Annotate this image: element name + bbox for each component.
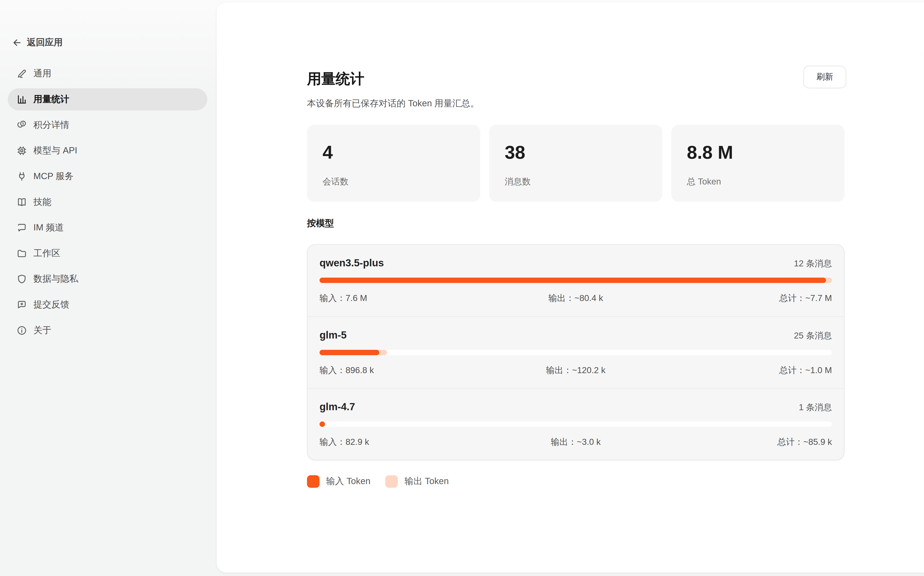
model-output-stat: 输出：~120.2 k: [490, 364, 661, 376]
chat-bubble-icon: [16, 222, 27, 234]
output-token-swatch: [385, 475, 398, 488]
sidebar-item-credits[interactable]: 积分详情: [8, 114, 207, 136]
sidebar-item-label: 工作区: [34, 248, 61, 259]
back-label: 返回应用: [27, 37, 62, 48]
model-total-stat: 总计：~7.7 M: [661, 292, 832, 304]
model-message-count: 25 条消息: [794, 330, 832, 341]
sidebar-item-workspace[interactable]: 工作区: [8, 242, 207, 265]
sidebar-item-label: 提交反馈: [34, 299, 69, 310]
refresh-button[interactable]: 刷新: [804, 66, 847, 88]
stat-label: 总 Token: [687, 176, 829, 187]
sidebar-item-data-privacy[interactable]: 数据与隐私: [8, 268, 207, 290]
sidebar-item-label: 积分详情: [34, 119, 69, 131]
input-token-swatch: [307, 475, 319, 488]
bar-chart-icon: [16, 93, 27, 106]
stat-label: 消息数: [505, 176, 647, 187]
stat-value: 4: [322, 143, 464, 163]
legend: 输入 Token 输出 Token: [307, 475, 449, 488]
model-input-stat: 输入：896.8 k: [320, 364, 490, 376]
plug-icon: [16, 170, 27, 182]
sidebar: 返回应用 通用 用量统计 积分详情: [0, 0, 217, 576]
bar-input: [320, 278, 826, 283]
sidebar-item-label: IM 频道: [34, 222, 64, 234]
stat-label: 会话数: [322, 176, 464, 187]
sidebar-item-im-channels[interactable]: IM 频道: [8, 217, 207, 239]
stats-row: 4 会话数 38 消息数 8.8 M 总 Token: [307, 125, 844, 202]
legend-label: 输入 Token: [326, 476, 371, 487]
sidebar-item-models-api[interactable]: 模型与 API: [8, 139, 207, 162]
model-input-stat: 输入：7.6 M: [320, 292, 490, 304]
model-name: glm-5: [320, 330, 347, 342]
stat-value: 8.8 M: [687, 143, 829, 163]
model-total-stat: 总计：~85.9 k: [661, 436, 832, 448]
usage-bar-track: [320, 350, 832, 355]
model-row-glm-5: glm-5 25 条消息 输入：896.8 k 输出：~120.2 k 总计：~…: [307, 316, 844, 388]
page-title: 用量统计: [307, 69, 364, 88]
pencil-icon: [16, 68, 27, 80]
stat-card-sessions: 4 会话数: [307, 125, 480, 202]
chip-icon: [16, 145, 27, 157]
sidebar-item-label: 关于: [34, 325, 51, 336]
sidebar-item-label: 模型与 API: [34, 145, 77, 157]
app-window: 返回应用 通用 用量统计 积分详情: [0, 0, 924, 576]
bar-input: [320, 350, 379, 355]
sidebar-item-about[interactable]: 关于: [8, 319, 207, 342]
by-model-section-title: 按模型: [307, 218, 334, 229]
model-input-stat: 输入：82.9 k: [320, 436, 490, 448]
model-output-stat: 输出：~3.0 k: [490, 436, 661, 448]
book-icon: [16, 196, 27, 208]
sidebar-item-label: 通用: [34, 68, 51, 80]
main-panel: 用量统计 刷新 本设备所有已保存对话的 Token 用量汇总。 4 会话数 38…: [217, 2, 924, 573]
back-to-app-button[interactable]: 返回应用: [12, 35, 63, 50]
sidebar-item-feedback[interactable]: 提交反馈: [8, 294, 207, 316]
model-total-stat: 总计：~1.0 M: [661, 364, 832, 376]
sidebar-item-usage-stats[interactable]: 用量统计: [8, 88, 207, 110]
model-row-qwen3-5-plus: qwen3.5-plus 12 条消息 输入：7.6 M 输出：~80.4 k …: [307, 245, 844, 317]
sidebar-item-general[interactable]: 通用: [8, 62, 207, 85]
model-output-stat: 输出：~80.4 k: [490, 292, 661, 304]
usage-bar-track: [320, 278, 832, 283]
page-subtitle: 本设备所有已保存对话的 Token 用量汇总。: [307, 98, 479, 109]
sidebar-item-label: MCP 服务: [34, 171, 74, 182]
back-arrow-icon: [12, 37, 22, 48]
stat-card-messages: 38 消息数: [489, 125, 662, 202]
stat-card-total-tokens: 8.8 M 总 Token: [671, 125, 844, 202]
legend-item-input: 输入 Token: [307, 475, 370, 488]
legend-label: 输出 Token: [404, 476, 449, 487]
model-name: glm-4.7: [320, 401, 355, 413]
feedback-icon: [16, 299, 27, 311]
info-icon: [16, 325, 27, 336]
model-message-count: 12 条消息: [794, 258, 832, 269]
models-card: qwen3.5-plus 12 条消息 输入：7.6 M 输出：~80.4 k …: [307, 244, 844, 460]
legend-item-output: 输出 Token: [385, 475, 449, 488]
coins-icon: [16, 119, 27, 131]
folder-icon: [16, 248, 27, 259]
shield-icon: [16, 273, 27, 285]
sidebar-nav: 通用 用量统计 积分详情 模型与 API: [8, 62, 207, 341]
sidebar-item-label: 技能: [34, 197, 51, 208]
sidebar-item-skills[interactable]: 技能: [8, 191, 207, 213]
sidebar-item-label: 数据与隐私: [34, 274, 78, 285]
stat-value: 38: [505, 143, 647, 163]
sidebar-item-mcp[interactable]: MCP 服务: [8, 165, 207, 187]
usage-bar-track: [320, 421, 832, 427]
model-row-glm-4-7: glm-4.7 1 条消息 输入：82.9 k 输出：~3.0 k 总计：~85…: [307, 388, 844, 460]
model-name: qwen3.5-plus: [320, 257, 384, 269]
sidebar-item-label: 用量统计: [34, 94, 69, 105]
model-message-count: 1 条消息: [799, 402, 832, 413]
